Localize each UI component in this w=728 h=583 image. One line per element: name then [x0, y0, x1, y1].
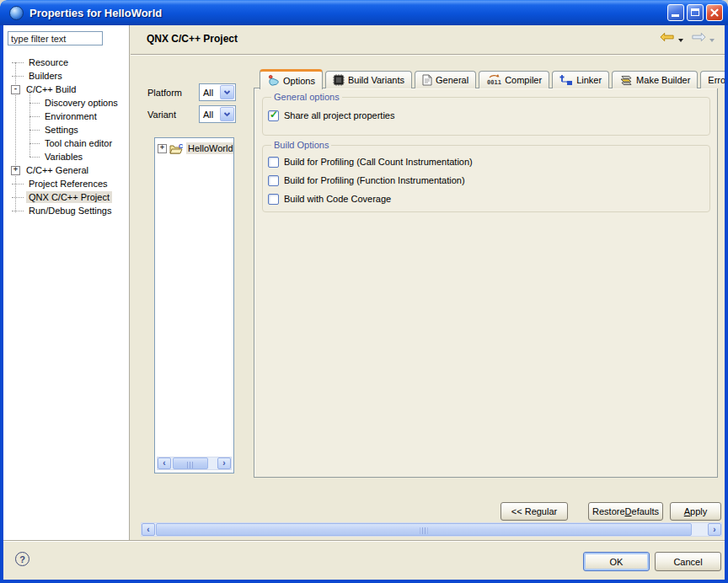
- tree-line: [12, 211, 24, 211]
- window-border: [0, 25, 3, 583]
- ok-button[interactable]: OK: [583, 552, 650, 571]
- checkbox-checked-icon[interactable]: ✓: [268, 110, 279, 121]
- back-menu-caret-icon[interactable]: [678, 39, 683, 45]
- scroll-right-icon[interactable]: ›: [217, 457, 231, 469]
- tab-make-builder[interactable]: Make Builder: [612, 71, 698, 88]
- svg-text:C: C: [179, 143, 183, 149]
- properties-dialog: Properties for HelloWorld Resource Build…: [0, 0, 728, 583]
- sidebar-item-cpp-build[interactable]: -C/C++ Build: [3, 83, 129, 96]
- window-icon: [9, 6, 24, 20]
- project-tree-panel: + C HelloWorld ‹ ›: [154, 137, 234, 473]
- checkbox-code-coverage[interactable]: Build with Code Coverage: [268, 193, 391, 205]
- sidebar-item-settings[interactable]: Settings: [3, 123, 129, 136]
- tree-line: [29, 130, 40, 131]
- checkbox-profiling-call-count[interactable]: Build for Profiling (Call Count Instrume…: [268, 156, 473, 168]
- scroll-right-icon[interactable]: ›: [708, 523, 721, 536]
- svg-text:0011: 0011: [487, 79, 501, 86]
- apply-button[interactable]: Apply: [670, 502, 721, 521]
- window-border: [0, 580, 728, 583]
- chip-icon: [333, 74, 345, 86]
- expand-icon[interactable]: +: [158, 144, 167, 153]
- maximize-button[interactable]: [687, 4, 704, 21]
- scroll-left-icon[interactable]: ‹: [142, 523, 155, 536]
- title-bar[interactable]: Properties for HelloWorld: [0, 0, 728, 25]
- sidebar-item-cpp-general[interactable]: +C/C++ General: [3, 163, 129, 177]
- options-tab-panel: General options ✓ Share all project prop…: [254, 88, 718, 478]
- tree-line: [29, 103, 40, 104]
- checkbox-unchecked-icon[interactable]: [268, 157, 279, 168]
- expand-icon[interactable]: +: [11, 166, 20, 175]
- linker-icon: [559, 74, 573, 86]
- header-separator: [131, 54, 725, 55]
- preferences-sidebar: Resource Builders -C/C++ Build Discovery…: [3, 25, 130, 540]
- sidebar-item-environment[interactable]: Environment: [3, 110, 129, 123]
- tab-options[interactable]: Options: [260, 69, 323, 89]
- minimize-button[interactable]: [667, 4, 684, 21]
- chevron-down-icon[interactable]: [220, 107, 234, 121]
- sidebar-item-resource[interactable]: Resource: [3, 56, 129, 69]
- options-icon: [267, 74, 280, 87]
- checkbox-unchecked-icon[interactable]: [268, 194, 279, 205]
- tree-line: [12, 197, 24, 198]
- build-options-group: Build Options Build for Profiling (Call …: [262, 145, 710, 212]
- platform-label: Platform: [147, 88, 182, 98]
- restore-defaults-button[interactable]: Restore Defaults: [588, 502, 663, 521]
- project-tree-hscrollbar[interactable]: ‹ ›: [157, 457, 232, 470]
- tab-build-variants[interactable]: Build Variants: [325, 71, 412, 88]
- sidebar-item-variables[interactable]: Variables: [3, 150, 129, 163]
- settings-tabbar: Options Build Variants General 0011: [260, 68, 728, 88]
- c-project-folder-icon: C: [169, 143, 185, 154]
- sidebar-item-project-references[interactable]: Project References: [3, 177, 129, 190]
- tree-line: [29, 116, 40, 117]
- chevron-down-icon[interactable]: [220, 85, 234, 99]
- scroll-left-icon[interactable]: ‹: [158, 457, 171, 469]
- checkbox-unchecked-icon[interactable]: [268, 175, 279, 186]
- tree-line: [12, 62, 24, 63]
- sidebar-item-tool-chain-editor[interactable]: Tool chain editor: [3, 136, 129, 150]
- regular-toggle-button[interactable]: << Regular: [500, 502, 568, 521]
- help-icon[interactable]: ?: [15, 552, 29, 566]
- window-title: Properties for HelloWorld: [29, 7, 162, 19]
- window-border: [725, 25, 728, 583]
- tab-general[interactable]: General: [415, 71, 476, 88]
- scroll-thumb[interactable]: [173, 457, 208, 469]
- checkbox-share-project-properties[interactable]: ✓ Share all project properties: [268, 110, 394, 121]
- group-title: General options: [271, 92, 342, 102]
- filter-input[interactable]: [8, 31, 103, 45]
- page-title: QNX C/C++ Project: [147, 33, 238, 45]
- preferences-tree: Resource Builders -C/C++ Build Discovery…: [3, 56, 129, 217]
- checkbox-profiling-function[interactable]: Build for Profiling (Function Instrument…: [268, 174, 465, 186]
- document-icon: [422, 74, 432, 86]
- main-hscrollbar[interactable]: ‹ ›: [141, 522, 722, 537]
- tree-line: [12, 184, 24, 185]
- sidebar-item-run-debug-settings[interactable]: Run/Debug Settings: [3, 204, 129, 217]
- minimize-icon: [672, 14, 679, 17]
- platform-select[interactable]: All: [199, 83, 236, 101]
- variant-label: Variant: [147, 110, 176, 120]
- compiler-icon: 0011: [486, 74, 501, 86]
- forward-arrow-icon: [691, 32, 706, 42]
- project-tree-item[interactable]: + C HelloWorld: [158, 142, 234, 154]
- project-name: HelloWorld: [186, 142, 234, 154]
- collapse-icon[interactable]: -: [11, 85, 20, 94]
- maximize-icon: [691, 8, 699, 16]
- back-button[interactable]: [660, 32, 675, 44]
- group-title: Build Options: [271, 140, 331, 150]
- scroll-thumb[interactable]: [156, 523, 692, 536]
- sidebar-item-discovery-options[interactable]: Discovery options: [3, 96, 129, 110]
- sidebar-item-builders[interactable]: Builders: [3, 69, 129, 83]
- make-builder-icon: [619, 75, 633, 86]
- cancel-button[interactable]: Cancel: [655, 552, 721, 571]
- tree-line: [29, 143, 40, 144]
- variant-select[interactable]: All: [199, 105, 236, 123]
- close-button[interactable]: [706, 4, 723, 21]
- tab-linker[interactable]: Linker: [552, 71, 609, 88]
- general-options-group: General options ✓ Share all project prop…: [262, 97, 710, 136]
- dialog-footer: ? OK Cancel: [3, 540, 725, 580]
- tree-line: [29, 157, 40, 158]
- back-arrow-icon: [660, 32, 675, 42]
- forward-button[interactable]: [691, 32, 706, 44]
- forward-menu-caret-icon: [709, 39, 715, 45]
- tab-compiler[interactable]: 0011 Compiler: [479, 71, 549, 88]
- sidebar-item-qnx-cpp-project[interactable]: QNX C/C++ Project: [3, 190, 129, 204]
